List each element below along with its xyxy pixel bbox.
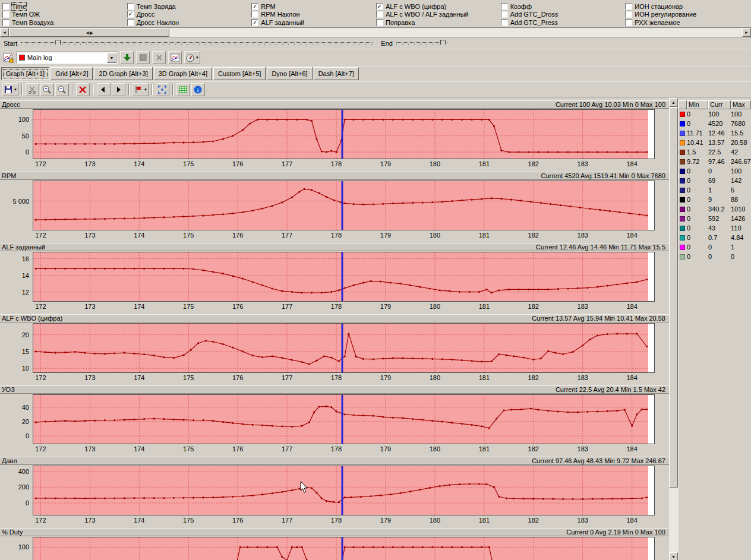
combo-dropdown-icon[interactable]: ▼	[107, 53, 116, 63]
checkbox-box-icon[interactable]	[501, 19, 508, 26]
signal-checkbox-1-1[interactable]: ✓Дросс	[127, 11, 252, 18]
signal-checkbox-1-2[interactable]: Дросс Наклон	[127, 18, 252, 26]
checkbox-box-icon[interactable]	[625, 3, 632, 10]
vertical-scrollbar[interactable]: ▲ ▼	[669, 98, 679, 560]
scroll-up-button[interactable]: ▲	[669, 98, 678, 107]
tab-2d[interactable]: 2D Graph [Alt+3]	[94, 67, 152, 80]
plot-area[interactable]	[33, 394, 655, 444]
signal-checkbox-2-2[interactable]: ✓ALF заданный	[251, 18, 376, 26]
tab-custom[interactable]: Custom [Alt+5]	[213, 67, 266, 80]
end-slider-thumb[interactable]	[440, 40, 446, 48]
end-slider[interactable]	[396, 39, 447, 48]
signal-checkbox-5-2[interactable]: РХХ желаемое	[625, 18, 750, 26]
plot-area[interactable]	[33, 109, 655, 159]
log-selector[interactable]: Main log ▼	[17, 52, 118, 64]
load-log-button[interactable]	[120, 51, 134, 64]
tab-grid[interactable]: Grid [Alt+2]	[51, 67, 93, 80]
checkbox-box-icon[interactable]: ✓	[376, 3, 383, 10]
end-slider-track[interactable]	[396, 42, 447, 45]
sidebar-row-0[interactable]: 0100100	[679, 109, 751, 119]
plot-area[interactable]	[33, 323, 655, 373]
start-slider-thumb[interactable]	[55, 40, 61, 48]
sidebar-row-7[interactable]: 069142	[679, 176, 751, 185]
sidebar-row-6[interactable]: 00100	[679, 166, 751, 176]
stop-button[interactable]	[136, 51, 150, 64]
plot-area[interactable]	[33, 537, 655, 560]
checkbox-box-icon[interactable]	[127, 19, 134, 26]
sidebar-row-12[interactable]: 043110	[679, 223, 751, 233]
sidebar-row-2[interactable]: 11.7112.4615.5	[679, 128, 751, 138]
checkbox-box-icon[interactable]	[2, 19, 10, 26]
log-options-button[interactable]: ▼	[184, 51, 200, 64]
start-slider[interactable]	[21, 39, 373, 48]
info-button[interactable]: i	[191, 83, 205, 96]
checkbox-box-icon[interactable]	[501, 11, 508, 18]
sidebar-row-11[interactable]: 05921426	[679, 214, 751, 223]
checkbox-box-icon[interactable]	[625, 19, 632, 26]
signal-checkbox-5-0[interactable]: ИОН стационар	[625, 2, 750, 10]
horizontal-scrollbar[interactable]: ◄ ◄▶ ►	[0, 28, 751, 37]
checkbox-box-icon[interactable]	[127, 3, 134, 10]
signal-checkbox-5-1[interactable]: ИОН регулирование	[625, 11, 750, 18]
save-dropdown-icon[interactable]: ▼	[14, 88, 17, 91]
signal-checkbox-3-2[interactable]: Поправка	[376, 18, 501, 26]
checkbox-box-icon[interactable]	[501, 3, 508, 10]
tab-dyno[interactable]: Dyno [Alt+6]	[267, 67, 312, 80]
prev-button[interactable]	[97, 83, 111, 96]
scroll-right-button[interactable]: ►	[742, 28, 751, 37]
checkbox-box-icon[interactable]	[2, 11, 10, 18]
checkbox-box-icon[interactable]: ✓	[251, 3, 258, 10]
checkbox-box-icon[interactable]	[251, 11, 258, 18]
signal-checkbox-2-0[interactable]: ✓RPM	[251, 2, 376, 10]
plot-area[interactable]	[33, 181, 655, 230]
checkbox-box-icon[interactable]	[376, 11, 383, 18]
plot-area[interactable]	[33, 252, 655, 302]
sidebar-row-13[interactable]: 00.74.84	[679, 233, 751, 242]
delete-button[interactable]	[76, 83, 90, 96]
marker-button[interactable]: ▼	[132, 83, 149, 96]
sidebar-row-8[interactable]: 015	[679, 185, 751, 195]
checkbox-box-icon[interactable]	[625, 11, 632, 18]
grid-toggle-button[interactable]	[176, 83, 190, 96]
signal-checkbox-4-2[interactable]: Add GTC_Press	[501, 18, 626, 26]
hscrollbar-track[interactable]: ◄▶	[9, 28, 742, 37]
save-button[interactable]: ▼	[2, 83, 18, 96]
signal-checkbox-3-0[interactable]: ✓ALF с WBO (цифра)	[376, 2, 501, 10]
start-slider-track[interactable]	[21, 42, 373, 45]
checkbox-box-icon[interactable]	[2, 3, 10, 10]
checkbox-box-icon[interactable]	[376, 19, 383, 26]
checkbox-box-icon[interactable]: ✓	[127, 11, 134, 18]
scroll-down-button[interactable]: ▼	[669, 552, 678, 560]
signal-checkbox-4-1[interactable]: Add GTC_Dross	[501, 11, 626, 18]
signal-checkbox-0-0[interactable]: Time	[2, 2, 127, 10]
vscrollbar-thumb[interactable]	[669, 107, 678, 488]
signal-checkbox-0-2[interactable]: Темп Воздуха	[2, 18, 127, 26]
close-log-button[interactable]	[152, 51, 166, 64]
sidebar-row-1[interactable]: 045207680	[679, 119, 751, 128]
sidebar-row-15[interactable]: 000	[679, 252, 751, 261]
hscrollbar-thumb[interactable]: ◄▶	[9, 28, 169, 37]
cut-button[interactable]	[26, 83, 39, 96]
fit-view-button[interactable]	[156, 83, 169, 96]
signal-checkbox-1-0[interactable]: Темп Заряда	[127, 2, 252, 10]
signal-checkbox-3-1[interactable]: ALF с WBO / ALF заданный	[376, 11, 501, 18]
tab-3d[interactable]: 3D Graph [Alt+4]	[154, 67, 212, 80]
sidebar-row-9[interactable]: 0988	[679, 195, 751, 204]
signal-checkbox-2-1[interactable]: RPM Наклон	[251, 11, 376, 18]
sidebar-row-4[interactable]: 1.522.542	[679, 147, 751, 157]
scroll-left-button[interactable]: ◄	[0, 28, 9, 37]
sidebar-row-10[interactable]: 0340.21010	[679, 204, 751, 214]
sidebar-row-14[interactable]: 001	[679, 242, 751, 252]
sidebar-row-5[interactable]: 9.7297.46246.67	[679, 157, 751, 166]
signal-checkbox-4-0[interactable]: Коэфф	[501, 2, 626, 10]
sidebar-row-3[interactable]: 10.4113.5720.58	[679, 138, 751, 147]
marker-dropdown-icon[interactable]: ▼	[144, 88, 147, 91]
tab-dash[interactable]: Dash [Alt+7]	[314, 67, 359, 80]
zoom-out-button[interactable]	[55, 83, 69, 96]
next-button[interactable]	[112, 83, 125, 96]
signal-checkbox-0-1[interactable]: Темп ОЖ	[2, 11, 127, 18]
plot-area[interactable]	[33, 466, 655, 515]
open-chart-button[interactable]	[168, 51, 182, 64]
zoom-in-button[interactable]	[40, 83, 54, 96]
checkbox-box-icon[interactable]: ✓	[251, 19, 258, 26]
